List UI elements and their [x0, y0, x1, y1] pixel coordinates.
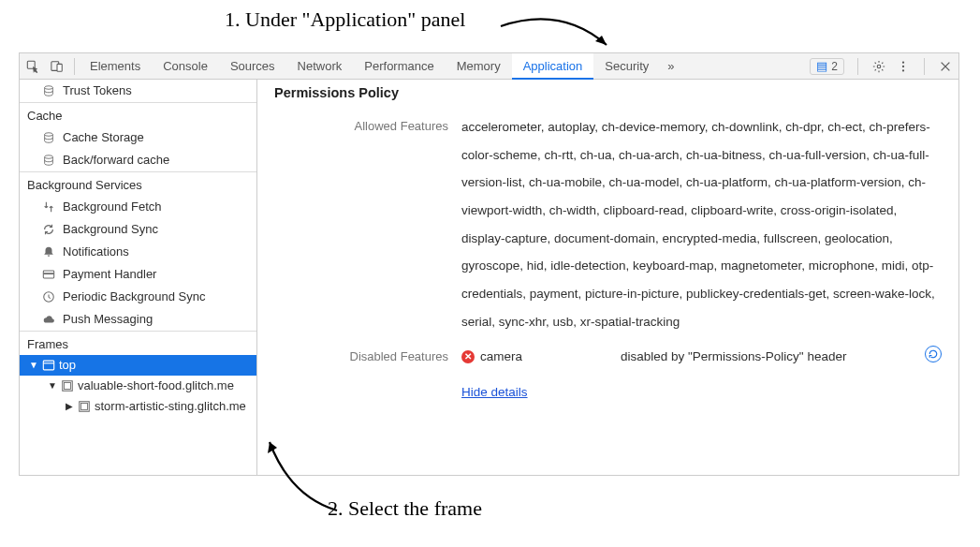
disclosure-triangle-icon: ▼ [48, 376, 57, 396]
frame-icon [61, 379, 74, 392]
allowed-features-label: Allowed Features [274, 113, 461, 140]
annotation-top: 1. Under "Application" panel [225, 7, 465, 32]
sidebar-item-push[interactable]: Push Messaging [20, 308, 256, 331]
svg-point-8 [45, 133, 53, 137]
frame-icon [78, 400, 91, 413]
sidebar-item-payment[interactable]: Payment Handler [20, 263, 256, 286]
sidebar-item-bgsync[interactable]: Background Sync [20, 218, 256, 241]
window-icon [42, 359, 55, 372]
tab-elements[interactable]: Elements [79, 53, 152, 79]
clock-icon [42, 290, 55, 303]
sidebar-group-bgservices: Background Services [20, 171, 256, 196]
svg-point-7 [45, 86, 53, 90]
sidebar-item-bgfetch[interactable]: Background Fetch [20, 196, 256, 218]
disabled-feature-name: camera [480, 346, 522, 368]
sidebar-item-trust-tokens[interactable]: Trust Tokens [20, 80, 256, 102]
inspect-icon[interactable] [25, 59, 40, 74]
svg-point-6 [902, 69, 904, 71]
disabled-features-row: Disabled Features ✕ camera disabled by "… [274, 346, 942, 405]
disclosure-triangle-icon: ▼ [29, 355, 38, 376]
database-icon [42, 154, 55, 167]
sidebar-item-notifications[interactable]: Notifications [20, 241, 256, 263]
tab-network[interactable]: Network [286, 53, 354, 79]
settings-icon[interactable] [871, 59, 886, 74]
frame-top[interactable]: ▼ top [20, 355, 256, 376]
section-title: Permissions Policy [274, 85, 942, 100]
svg-point-9 [45, 155, 53, 159]
sidebar-group-frames: Frames [20, 331, 256, 355]
main-panel: Permissions Policy Allowed Features acce… [257, 80, 958, 475]
disclosure-triangle-icon: ▶ [65, 396, 74, 417]
panel-tabs: Elements Console Sources Network Perform… [79, 53, 681, 79]
svg-rect-16 [65, 383, 71, 390]
svg-point-5 [902, 65, 904, 67]
tab-console[interactable]: Console [152, 53, 219, 79]
error-icon: ✕ [461, 350, 475, 363]
tab-memory[interactable]: Memory [446, 53, 512, 79]
disabled-reason: disabled by "Permissions-Policy" header [621, 346, 906, 368]
sync-icon [42, 223, 55, 236]
tab-bar: Elements Console Sources Network Perform… [20, 53, 958, 80]
cloud-icon [42, 313, 55, 326]
svg-rect-18 [81, 404, 88, 410]
devtools-window: Elements Console Sources Network Perform… [19, 52, 959, 476]
allowed-features-value: accelerometer, autoplay, ch-device-memor… [461, 113, 942, 336]
reload-icon[interactable] [925, 346, 942, 362]
svg-point-4 [902, 61, 904, 63]
tab-performance[interactable]: Performance [353, 53, 445, 79]
sidebar-item-periodicsync[interactable]: Periodic Background Sync [20, 286, 256, 308]
annotation-bottom: 2. Select the frame [328, 496, 482, 521]
bell-icon [42, 245, 55, 259]
tab-sources[interactable]: Sources [219, 53, 286, 79]
sidebar-item-bfcache[interactable]: Back/forward cache [20, 149, 256, 171]
svg-point-3 [877, 65, 881, 68]
tabs-overflow[interactable]: » [660, 53, 681, 79]
svg-rect-13 [43, 361, 53, 370]
frame-grandchild[interactable]: ▶ storm-artistic-sting.glitch.me [20, 396, 256, 417]
device-toggle-icon[interactable] [50, 59, 65, 74]
frame-child[interactable]: ▼ valuable-short-food.glitch.me [20, 376, 256, 396]
tab-security[interactable]: Security [593, 53, 660, 79]
fetch-icon [42, 200, 55, 214]
hide-details-link[interactable]: Hide details [461, 385, 528, 399]
svg-rect-2 [57, 64, 62, 71]
sidebar: Trust Tokens Cache Cache Storage Back/fo… [20, 80, 257, 475]
kebab-menu-icon[interactable] [896, 59, 911, 74]
sidebar-group-cache: Cache [20, 102, 256, 126]
database-icon [42, 84, 55, 97]
database-icon [42, 131, 55, 144]
issues-badge[interactable]: ▤ 2 [810, 58, 844, 75]
sidebar-item-cache-storage[interactable]: Cache Storage [20, 126, 256, 149]
close-icon[interactable] [938, 59, 953, 74]
disabled-features-label: Disabled Features [274, 346, 461, 367]
card-icon [42, 268, 55, 281]
message-icon: ▤ [816, 60, 827, 72]
svg-rect-11 [43, 273, 53, 274]
tab-application[interactable]: Application [512, 53, 594, 80]
allowed-features-row: Allowed Features accelerometer, autoplay… [274, 113, 942, 336]
